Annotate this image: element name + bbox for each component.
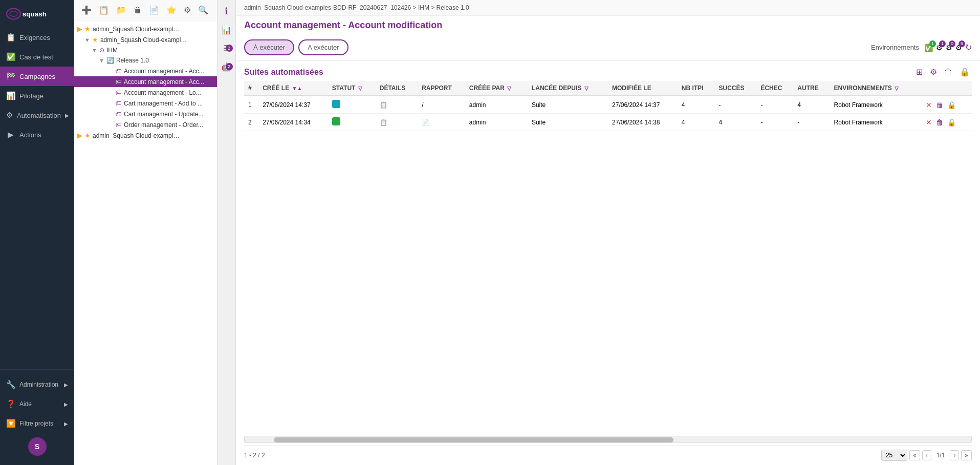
sidebar-item-administration[interactable]: 🔧 Administration ▶ bbox=[0, 375, 74, 394]
arrow-icon: ▶ bbox=[65, 113, 69, 118]
sidebar-item-exigences[interactable]: 📋 Exigences bbox=[0, 28, 74, 47]
sidebar-item-automatisation[interactable]: ⚙ Automatisation ▶ bbox=[0, 105, 74, 125]
horizontal-scrollbar[interactable] bbox=[244, 436, 972, 443]
env-icon-3[interactable]: ⚙0 bbox=[946, 44, 952, 52]
star-icon: ★ bbox=[84, 132, 91, 139]
chart-button[interactable]: 📊 bbox=[220, 23, 234, 37]
delete-row-button[interactable]: 🗑 bbox=[934, 100, 945, 110]
tree-panel: ➕ 📋 📁 🗑 📄 ⭐ ⚙ 🔍 ▶ ★ admin_Squash Cloud-e… bbox=[74, 0, 217, 465]
filtre-icon: 🔽 bbox=[6, 419, 15, 428]
document-button[interactable]: 📄 bbox=[147, 4, 161, 16]
tree-node-2[interactable]: ▼ ★ admin_Squash Cloud-examples-BDD-... bbox=[74, 34, 217, 45]
sidebar-item-actions[interactable]: ▶ Actions bbox=[0, 125, 74, 144]
sidebar-item-campagnes[interactable]: 🏁 Campagnes bbox=[0, 67, 74, 86]
cell-launched-from: Suite bbox=[528, 114, 608, 131]
cell-modified: 27/06/2024 14:37 bbox=[608, 96, 678, 114]
tree-node-order[interactable]: 🏷 Order management - Order... bbox=[74, 119, 217, 130]
cell-status bbox=[328, 114, 376, 131]
env-icon-1[interactable]: ✅1 bbox=[924, 44, 933, 52]
cell-details[interactable]: 📋 bbox=[376, 96, 418, 114]
sidebar-item-label: Cas de test bbox=[19, 53, 53, 61]
columns-button[interactable]: ⊞ bbox=[914, 66, 925, 78]
tree-label: IHM bbox=[106, 47, 118, 54]
star-icon: ★ bbox=[92, 36, 98, 44]
tag-icon: 🏷 bbox=[115, 89, 122, 96]
sidebar-item-cas-de-test[interactable]: ✅ Cas de test bbox=[0, 47, 74, 67]
col-nb-itpi: NB ITPI bbox=[678, 81, 715, 96]
delete-button[interactable]: 🗑 bbox=[132, 5, 144, 16]
robot-badge: 2 bbox=[226, 63, 233, 70]
robot-button[interactable]: 🤖 2 bbox=[220, 59, 234, 74]
settings-button[interactable]: ⚙ bbox=[182, 4, 193, 16]
tree-node-acc2[interactable]: 🏷 Account management - Acc... bbox=[74, 76, 217, 87]
next-page-button[interactable]: › bbox=[950, 450, 959, 460]
copy-button[interactable]: 📋 bbox=[97, 4, 111, 16]
sidebar-item-filtre-projets[interactable]: 🔽 Filtre projets ▶ bbox=[0, 414, 74, 433]
sidebar-item-pilotage[interactable]: 📊 Pilotage bbox=[0, 86, 74, 105]
cell-rapport[interactable]: 📄 bbox=[418, 114, 465, 131]
tree-node-ihm[interactable]: ▼ ⊙ IHM bbox=[74, 45, 217, 55]
env-icon-2[interactable]: ⚙1 bbox=[936, 44, 943, 52]
search-button[interactable]: 🔍 bbox=[196, 4, 210, 16]
section-title: Suites automatisées bbox=[244, 68, 323, 77]
tree-node-release[interactable]: ▼ 🔄 Release 1.0 bbox=[74, 55, 217, 66]
folder-button[interactable]: 📁 bbox=[114, 4, 128, 16]
cancel-row-button[interactable]: ✕ bbox=[924, 118, 933, 127]
add-button[interactable]: ➕ bbox=[79, 4, 94, 16]
lock-row-button[interactable]: 🔒 bbox=[946, 118, 957, 127]
lock-button[interactable]: 🔒 bbox=[957, 66, 972, 78]
info-button[interactable]: ℹ bbox=[220, 4, 234, 18]
delete-all-button[interactable]: 🗑 bbox=[942, 66, 954, 78]
side-actions-panel: ℹ 📊 ☰ 2 🤖 2 bbox=[217, 0, 236, 465]
tag-icon: 🏷 bbox=[115, 110, 122, 118]
prev-page-button[interactable]: ‹ bbox=[922, 450, 931, 460]
tree-node-cart2[interactable]: 🏷 Cart management - Update... bbox=[74, 109, 217, 119]
star-icon: ★ bbox=[84, 25, 91, 33]
tree-label: Cart management - Update... bbox=[124, 111, 203, 118]
sidebar-item-label: Filtre projets bbox=[19, 420, 53, 427]
star-button[interactable]: ⭐ bbox=[164, 4, 179, 16]
refresh-button[interactable]: ↻ bbox=[965, 43, 972, 52]
app-logo: squash bbox=[0, 0, 74, 28]
tree-node-acc3[interactable]: 🏷 Account management - Lo... bbox=[74, 87, 217, 98]
col-num: # bbox=[244, 81, 258, 96]
col-statut[interactable]: STATUT ▽ bbox=[328, 81, 376, 96]
suites-table: # CRÉÉ LE ▼▲ STATUT ▽ DÉTAILS RAPPORT CR… bbox=[244, 81, 972, 131]
cell-details[interactable]: 📋 bbox=[376, 114, 418, 131]
pagination-summary: 1 - 2 / 2 bbox=[244, 452, 265, 459]
lock-row-button[interactable]: 🔒 bbox=[946, 100, 957, 110]
row-actions: ✕ 🗑 🔒 bbox=[924, 118, 968, 127]
sidebar-item-aide[interactable]: ❓ Aide ▶ bbox=[0, 394, 74, 414]
col-created[interactable]: CRÉÉ LE ▼▲ bbox=[258, 81, 328, 96]
cell-row-actions: ✕ 🗑 🔒 bbox=[920, 96, 972, 114]
list-button[interactable]: ☰ 2 bbox=[220, 41, 234, 55]
tree-node-1[interactable]: ▶ ★ admin_Squash Cloud-examples-BDD-... bbox=[74, 24, 217, 34]
ihm-icon: ⊙ bbox=[99, 47, 104, 54]
page-header: Account management - Account modificatio… bbox=[236, 16, 980, 34]
user-avatar[interactable]: S bbox=[28, 437, 47, 456]
per-page-select[interactable]: 25 50 100 bbox=[881, 450, 907, 461]
col-env[interactable]: ENVIRONNEMENTS ▽ bbox=[830, 81, 920, 96]
env-icon-4[interactable]: ⚙5 bbox=[955, 44, 962, 52]
col-rapport: RAPPORT bbox=[418, 81, 465, 96]
tree-node-acc1[interactable]: 🏷 Account management - Acc... bbox=[74, 66, 217, 76]
section-header: Suites automatisées ⊞ ⚙ 🗑 🔒 bbox=[244, 61, 972, 81]
col-lancee-depuis[interactable]: LANCÉE DEPUIS ▽ bbox=[528, 81, 608, 96]
last-page-button[interactable]: » bbox=[961, 450, 972, 460]
col-creee-par[interactable]: CRÉÉE PAR ▽ bbox=[465, 81, 528, 96]
delete-row-button[interactable]: 🗑 bbox=[934, 118, 945, 127]
cell-launched-from: Suite bbox=[528, 96, 608, 114]
tree-toolbar: ➕ 📋 📁 🗑 📄 ⭐ ⚙ 🔍 bbox=[74, 0, 217, 20]
first-page-button[interactable]: « bbox=[909, 450, 920, 460]
breadcrumb-text: admin_Squash Cloud-examples-BDD-RF_20240… bbox=[244, 4, 469, 11]
cell-status bbox=[328, 96, 376, 114]
tree-label: admin_Squash Cloud-examples-BDD-... bbox=[93, 26, 180, 33]
execution-bar: À exécuter A exécuter Environnements ✅1 … bbox=[236, 34, 980, 61]
btn-a-executer-primary[interactable]: À exécuter bbox=[244, 39, 294, 55]
actions-icon: ▶ bbox=[6, 130, 15, 139]
filter-button[interactable]: ⚙ bbox=[928, 66, 939, 78]
tree-node-3[interactable]: ▶ ★ admin_Squash Cloud-examples-nativ... bbox=[74, 130, 217, 141]
cancel-row-button[interactable]: ✕ bbox=[924, 100, 933, 110]
btn-a-executer-secondary[interactable]: A exécuter bbox=[298, 39, 348, 55]
tree-node-cart1[interactable]: 🏷 Cart management - Add to ... bbox=[74, 98, 217, 109]
